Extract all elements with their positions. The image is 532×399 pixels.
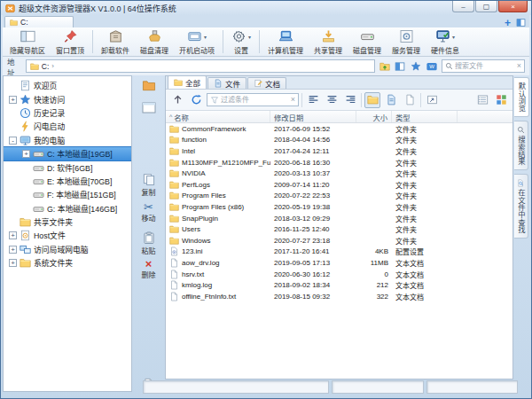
file-date: 2020-07-22 22:53 — [270, 192, 356, 200]
tree-item[interactable]: 闪电启动 — [4, 120, 131, 133]
blank-file-button[interactable] — [402, 92, 418, 108]
tree-toggle[interactable]: - — [9, 137, 17, 145]
tree-item[interactable]: 共享文件夹 — [4, 215, 131, 229]
file-row[interactable]: kmlog.log2018-09-02 18:34212文本文档 — [166, 279, 512, 291]
toolbar-hide-nav[interactable]: 隐藏导航区 — [4, 28, 51, 56]
file-row[interactable]: aow_drv.log2019-09-05 17:1311MB文本文档 — [166, 257, 512, 269]
favorite-button[interactable] — [410, 60, 422, 73]
path-tab[interactable]: C: — [4, 16, 74, 27]
side-tab-1[interactable]: 搜索结果 — [514, 121, 528, 170]
filter-input[interactable] — [221, 96, 289, 104]
panel-icon — [142, 101, 156, 114]
toolbar-disk-cleanup[interactable]: 磁盘清理 — [135, 28, 174, 56]
files-view-button[interactable] — [383, 92, 399, 108]
tree-toggle[interactable]: + — [9, 259, 17, 267]
file-row[interactable]: PerfLogs2009-07-14 11:20文件夹 — [166, 179, 512, 191]
align-left-icon — [308, 94, 319, 106]
minimize-button[interactable]: – — [452, 1, 474, 12]
maximize-button[interactable]: ▢ — [475, 1, 497, 12]
toolbar-uninstall-software[interactable]: 卸载软件 — [96, 28, 135, 56]
open-folder-button[interactable] — [132, 79, 165, 92]
tree-item[interactable]: F: 本地磁盘[151GB] — [4, 188, 131, 201]
toolbar-share-management[interactable]: 共享管理 — [309, 28, 348, 56]
add-tab-icon[interactable]: + — [505, 19, 511, 27]
refresh-button[interactable] — [188, 92, 204, 108]
toolbar-hardware-info[interactable]: ▾硬件信息 — [426, 28, 465, 56]
toolbar-computer-management[interactable]: 计算机管理 — [262, 28, 309, 56]
toolbar-pin-top[interactable]: 窗口置顶 — [51, 28, 90, 56]
file-row[interactable]: Intel2017-04-24 12:11文件夹 — [166, 145, 512, 157]
toolbar-service-management[interactable]: 服务管理 — [387, 28, 426, 56]
file-type: 文件夹 — [392, 180, 458, 190]
address-path[interactable]: C: › — [26, 59, 375, 73]
tree-item[interactable]: D: 软件[6GB] — [4, 160, 131, 174]
tree-toggle[interactable]: + — [22, 150, 30, 158]
file-row[interactable]: SnapPlugin2018-03-12 09:29文件夹 — [166, 213, 512, 224]
folders-view-button[interactable] — [364, 92, 380, 108]
icon-view-button[interactable] — [493, 92, 509, 108]
search-input[interactable] — [455, 62, 515, 70]
tree-toggle[interactable]: + — [9, 231, 17, 239]
side-tab-0[interactable]: 默认浏览 — [514, 77, 529, 117]
tree-item[interactable]: +C: 本地磁盘[19GB] — [4, 147, 131, 160]
tree-item[interactable]: +Host文件 — [4, 229, 131, 242]
align-center-button[interactable] — [324, 92, 340, 108]
folder-icon — [169, 158, 179, 168]
view-tab-files[interactable]: 文件 — [207, 77, 246, 89]
file-row[interactable]: Program Files2020-07-22 22:53文件夹 — [166, 191, 512, 202]
file-row[interactable]: hsrv.txt2020-06-30 16:120文本文档 — [166, 269, 512, 280]
column-date[interactable]: 修改日期 — [270, 111, 356, 122]
file-row[interactable]: Program Files (x86)2020-05-19 19:38文件夹 — [166, 201, 512, 213]
clear-search-icon[interactable]: × — [517, 62, 521, 70]
tree-item-label: 快速访问 — [34, 94, 65, 106]
tree-item[interactable]: E: 本地磁盘[70GB] — [4, 175, 131, 188]
paste-button[interactable]: 粘贴 — [132, 231, 165, 255]
view-tab-all[interactable]: 全部 — [168, 75, 207, 89]
file-row[interactable]: function2018-04-04 14:56文件夹 — [166, 135, 512, 146]
side-tab-2[interactable]: 在文件中查找 — [514, 174, 528, 239]
tree-toggle[interactable]: + — [9, 246, 17, 254]
delete-button[interactable]: ×删除 — [132, 259, 165, 279]
file-row[interactable]: Users2016-11-25 12:40文件夹 — [166, 223, 512, 235]
delete-label: 删除 — [142, 270, 156, 279]
file-row[interactable]: 123.ini2017-11-20 16:414KB配置设置 — [166, 246, 512, 258]
folder-icon — [169, 168, 179, 178]
move-button[interactable]: ✂移动 — [132, 202, 165, 223]
align-left-button[interactable] — [305, 92, 321, 108]
toolbar-disk-management[interactable]: 磁盘管理 — [348, 28, 387, 56]
tree-item[interactable]: G: 本地磁盘[146GB] — [4, 202, 131, 215]
tree-item[interactable]: +系统文件夹 — [4, 256, 131, 270]
tree-item[interactable]: +访问局域网电脑 — [4, 243, 131, 256]
file-row[interactable]: Windows2020-07-27 23:18文件夹 — [166, 235, 512, 246]
tree-item[interactable]: +快速访问 — [4, 92, 131, 106]
clear-filter-icon[interactable]: × — [291, 96, 295, 104]
tree-item[interactable]: 历史记录 — [4, 106, 131, 120]
file-row[interactable]: NVIDIA2020-03-13 10:37文件夹 — [166, 168, 512, 179]
column-name[interactable]: ^ 名称 — [166, 111, 270, 122]
file-row[interactable]: offline_FtnInfo.txt2019-08-15 09:32322文本… — [166, 291, 512, 302]
folder-up-button[interactable] — [379, 60, 391, 73]
tree-toggle[interactable]: + — [9, 96, 17, 104]
column-label: 大小 — [372, 112, 387, 122]
split-view-button[interactable] — [394, 60, 406, 73]
up-button[interactable] — [169, 92, 185, 108]
popup-window-button[interactable] — [424, 92, 440, 108]
detail-view-button[interactable] — [474, 92, 490, 108]
view-tab-docs[interactable]: 文档 — [247, 77, 286, 89]
align-right-button[interactable] — [342, 92, 358, 108]
tree-item[interactable]: 欢迎页 — [4, 79, 131, 92]
column-size[interactable]: 大小 — [356, 111, 392, 122]
file-row[interactable]: M1130MFP_M1210MFP_Full_Solution2020-06-1… — [166, 157, 512, 168]
tree-item[interactable]: -我的电脑 — [4, 134, 131, 147]
column-type[interactable]: 类型 — [392, 111, 458, 122]
w-tag-button[interactable]: W — [426, 60, 438, 73]
toolbar-settings[interactable]: ▾设置 — [226, 28, 256, 56]
panel-button[interactable] — [132, 101, 165, 114]
toolbar-startup-items[interactable]: ▾开机启动项 — [174, 28, 220, 56]
tree-item-label: 访问局域网电脑 — [34, 244, 89, 255]
split-tabs-icon[interactable] — [516, 18, 526, 27]
file-row[interactable]: CommonFramework2017-06-09 15:52文件夹 — [166, 123, 512, 135]
copy-button[interactable]: 复制 — [132, 173, 165, 197]
close-button[interactable]: × — [498, 1, 528, 12]
w-tag-icon: W — [426, 61, 437, 72]
